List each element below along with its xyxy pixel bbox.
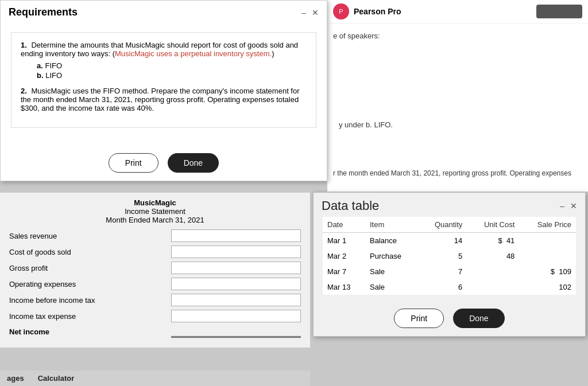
req2-number: 2. (21, 87, 27, 95)
income-before-tax-input[interactable] (171, 294, 301, 306)
calculator-label[interactable]: Calculator (38, 374, 75, 383)
data-modal-controls: – ✕ (560, 201, 577, 210)
col-date: Date (323, 217, 365, 233)
requirement-2: 2. MusicMagic uses the FIFO method. Prep… (21, 87, 307, 112)
cogs-label: Cost of goods sold (8, 244, 170, 260)
table-row: Income before income tax (8, 292, 302, 308)
row-quantity: 6 (419, 279, 467, 295)
net-income-input[interactable] (171, 325, 301, 338)
sales-revenue-label: Sales revenue (8, 228, 170, 244)
income-tax-expense-input-cell (170, 308, 302, 324)
row-date: Mar 7 (323, 264, 365, 279)
row-unit-cost (467, 264, 519, 279)
data-table-modal: Data table – ✕ Date Item Quantity Unit C… (313, 192, 586, 337)
table-row: Income tax expense (8, 308, 302, 324)
statement-period: Month Ended March 31, 2021 (8, 216, 302, 224)
gross-profit-input[interactable] (171, 262, 301, 274)
operating-expenses-input[interactable] (171, 278, 301, 290)
print-button[interactable]: Print (109, 153, 158, 173)
req1-sub-a: a. FIFO (37, 61, 307, 70)
requirements-box: 1. Determine the amounts that MusicMagic… (11, 32, 316, 128)
col-sale-price: Sale Price (519, 217, 576, 233)
sales-revenue-input[interactable] (171, 229, 301, 242)
data-modal-titlebar: Data table – ✕ (314, 193, 585, 217)
col-quantity: Quantity (419, 217, 467, 233)
row-unit-cost (467, 279, 519, 295)
data-close-icon[interactable]: ✕ (570, 201, 577, 210)
row-quantity: 14 (419, 233, 467, 249)
data-minimize-icon[interactable]: – (560, 201, 564, 210)
table-row: Mar 2 Purchase 5 48 (323, 248, 576, 264)
row-item: Sale (365, 264, 419, 279)
cogs-input-cell (170, 244, 302, 260)
row-unit-cost: 48 (467, 248, 519, 264)
income-before-tax-input-cell (170, 292, 302, 308)
row-sale-price (519, 233, 576, 249)
row-quantity: 7 (419, 264, 467, 279)
modal-titlebar: Requirements – ✕ (1, 1, 327, 24)
data-modal-footer: Print Done (314, 301, 585, 336)
company-name: MusicMagic (8, 198, 302, 207)
background-panel: P Pearson Pro e of speakers: (327, 0, 588, 192)
bg-lifo-text: y under b. LIFO. (339, 120, 393, 129)
modal-body: 1. Determine the amounts that MusicMagic… (1, 24, 327, 145)
data-print-button[interactable]: Print (394, 309, 444, 328)
cogs-input[interactable] (171, 245, 301, 258)
row-date: Mar 1 (323, 233, 365, 249)
minimize-icon[interactable]: – (301, 8, 306, 17)
bg-month-text: r the month ended March 31, 2021, report… (333, 169, 571, 177)
data-modal-title: Data table (322, 198, 379, 213)
requirements-modal: Requirements – ✕ 1. Determine the amount… (0, 0, 327, 181)
app-name: Pearson Pro (354, 7, 401, 16)
row-sale-price: $ 109 (519, 264, 576, 279)
app-icon: P (333, 3, 349, 20)
pages-label[interactable]: ages (7, 374, 24, 383)
net-income-label: Net income (8, 324, 170, 340)
modal-controls: – ✕ (301, 8, 319, 17)
row-item: Sale (365, 279, 419, 295)
sales-revenue-input-cell (170, 228, 302, 244)
table-row: Sales revenue (8, 228, 302, 244)
row-quantity: 5 (419, 248, 467, 264)
row-date: Mar 13 (323, 279, 365, 295)
req1-sub-a-label: a. (37, 61, 43, 70)
data-done-button[interactable]: Done (453, 309, 504, 328)
row-unit-cost: $ 41 (467, 233, 519, 249)
income-table: Sales revenue Cost of goods sold Gross p… (8, 228, 302, 340)
col-unit-cost: Unit Cost (467, 217, 519, 233)
table-row: Mar 13 Sale 6 102 (323, 279, 576, 295)
row-item: Balance (365, 233, 419, 249)
income-header: MusicMagic Income Statement Month Ended … (8, 198, 302, 224)
req1-link: MusicMagic uses a perpetual inventory sy… (115, 49, 272, 58)
requirement-1: 1. Determine the amounts that MusicMagic… (21, 41, 307, 80)
income-before-tax-label: Income before income tax (8, 292, 170, 308)
req1-sub-b-label: b. (37, 71, 44, 80)
income-statement-panel: MusicMagic Income Statement Month Ended … (0, 192, 310, 348)
bottom-bar: ages Calculator (0, 371, 310, 386)
row-sale-price: 102 (519, 279, 576, 295)
table-row: Cost of goods sold (8, 244, 302, 260)
row-date: Mar 2 (323, 248, 365, 264)
operating-expenses-input-cell (170, 276, 302, 292)
col-item: Item (365, 217, 419, 233)
table-header-row: Date Item Quantity Unit Cost Sale Price (323, 217, 576, 233)
close-icon[interactable]: ✕ (312, 8, 319, 17)
data-table: Date Item Quantity Unit Cost Sale Price … (323, 217, 576, 295)
table-row: Gross profit (8, 260, 302, 276)
row-sale-price (519, 248, 576, 264)
req1-sub-b-text: LIFO (45, 71, 62, 80)
table-row: Net income (8, 324, 302, 340)
gross-profit-label: Gross profit (8, 260, 170, 276)
done-button[interactable]: Done (168, 153, 219, 173)
income-tax-expense-input[interactable] (171, 310, 301, 322)
req1-number: 1. (21, 41, 27, 49)
table-row: Operating expenses (8, 276, 302, 292)
req2-text: MusicMagic uses the FIFO method. Prepare… (21, 87, 300, 112)
bg-panel-top: P Pearson Pro (327, 0, 588, 24)
requirements-modal-footer: Print Done (1, 145, 327, 181)
req1-text-after: ) (272, 49, 274, 58)
data-table-container: Date Item Quantity Unit Cost Sale Price … (314, 217, 585, 301)
income-tax-expense-label: Income tax expense (8, 308, 170, 324)
gross-profit-input-cell (170, 260, 302, 276)
statement-type: Income Statement (8, 207, 302, 216)
